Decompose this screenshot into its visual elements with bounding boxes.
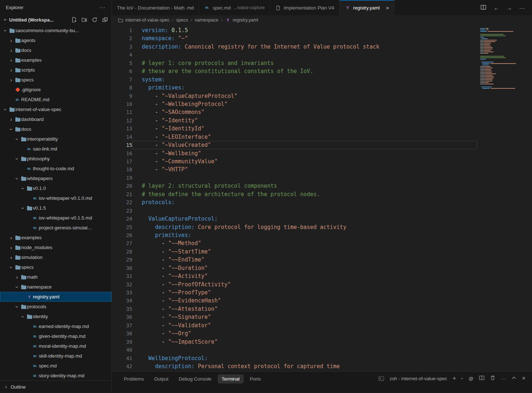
chevron-down-icon[interactable]: › xyxy=(14,136,20,142)
editor-tab-registry-yaml[interactable]: Yregistry.yaml× xyxy=(339,0,394,15)
breadcrumb-item-internet-of-value-spec[interactable]: internet-of-value-spec xyxy=(118,18,170,23)
code-line-39: 39 - "~~ImpactScore" xyxy=(112,338,477,346)
chevron-right-icon[interactable]: › xyxy=(8,57,14,63)
chevron-down-icon[interactable]: › xyxy=(3,106,8,112)
terminal-session-label[interactable]: zsh - internet-of-value-spec xyxy=(390,376,447,381)
tree-item-protocols[interactable]: ›protocols xyxy=(0,302,111,312)
chevron-right-icon[interactable]: › xyxy=(8,67,14,73)
tree-item-registry-yaml[interactable]: Yregistry.yaml xyxy=(0,292,111,302)
tree-item-examples[interactable]: ›examples xyxy=(0,233,111,243)
line-number: 6 xyxy=(112,67,132,75)
chevron-right-icon[interactable]: › xyxy=(8,235,14,241)
chevron-down-icon[interactable]: › xyxy=(20,205,26,211)
tree-item-simulation[interactable]: ›simulation xyxy=(0,252,111,262)
tree-item-specs[interactable]: ›specs xyxy=(0,75,111,85)
tree-item-dashboard[interactable]: ›dashboard xyxy=(0,114,111,124)
tree-item-math[interactable]: ›math xyxy=(0,272,111,282)
back-icon[interactable]: ← xyxy=(494,5,499,11)
breadcrumb-item-specs[interactable]: specs xyxy=(176,18,188,23)
tree-item-project-genesis-simulat[interactable]: M↓project-genesis-simulat... xyxy=(0,223,111,233)
tree-item-gitignore[interactable]: .gitignore xyxy=(0,85,111,95)
panel-tab-terminal[interactable]: Terminal xyxy=(218,374,244,384)
tree-item-spec-md[interactable]: M↓spec.md xyxy=(0,361,111,371)
breadcrumb-item-registry-yaml[interactable]: Yregistry.yaml xyxy=(225,18,258,23)
chevron-right-icon[interactable]: › xyxy=(8,245,14,251)
maximize-panel-icon[interactable] xyxy=(511,375,517,382)
chevron-right-icon[interactable]: › xyxy=(8,117,14,122)
tree-item-thought-to-code-md[interactable]: M↓thought-to-code.md xyxy=(0,164,111,173)
tree-item-philosophy[interactable]: ›philosophy xyxy=(0,154,111,164)
tree-item-earned-identity-map-md[interactable]: M↓earned-identity-map.md xyxy=(0,321,111,331)
chevron-down-icon[interactable]: › xyxy=(8,126,14,132)
tree-item-whitepapers[interactable]: ›whitepapers xyxy=(0,173,111,183)
tree-item-scripts[interactable]: ›scripts xyxy=(0,65,111,75)
minimap[interactable] xyxy=(480,28,531,89)
chevron-right-icon[interactable]: › xyxy=(8,38,14,43)
close-tab-icon[interactable]: × xyxy=(386,5,389,11)
refresh-icon[interactable] xyxy=(92,17,98,23)
tree-item-moral-identity-map-md[interactable]: M↓moral-identity-map.md xyxy=(0,341,111,351)
chevron-down-icon[interactable]: › xyxy=(3,17,8,23)
tree-item-skill-identity-map-md[interactable]: M↓skill-identity-map.md xyxy=(0,351,111,361)
forward-icon[interactable]: → xyxy=(506,5,512,11)
line-content: - "~~EndTime" xyxy=(132,256,477,264)
panel-tab-problems[interactable]: Problems xyxy=(120,374,148,384)
chevron-down-icon[interactable]: › xyxy=(20,185,26,191)
chevron-right-icon[interactable]: › xyxy=(8,77,14,83)
chevron-down-icon[interactable]: › xyxy=(8,264,14,270)
tree-item-given-identity-map-md[interactable]: M↓given-identity-map.md xyxy=(0,331,111,341)
tree-item-interoperability[interactable]: ›interoperability xyxy=(0,134,111,144)
tree-item-saocommons-community-bu[interactable]: ›saocommons-community-bu... xyxy=(0,26,111,35)
chevron-down-icon[interactable]: › xyxy=(14,175,20,182)
panel-tab-debug-console[interactable]: Debug Console xyxy=(175,374,216,384)
tree-item-examples[interactable]: ›examples xyxy=(0,55,111,65)
tree-item-story-identity-map-md[interactable]: M↓story-identity-map.md xyxy=(0,371,111,380)
new-terminal-icon[interactable]: + xyxy=(453,375,456,382)
split-editor-icon[interactable] xyxy=(480,4,486,11)
chevron-down-icon[interactable]: › xyxy=(14,156,20,162)
tree-item-specs[interactable]: ›specs xyxy=(0,262,111,272)
chevron-right-icon[interactable]: › xyxy=(14,274,20,280)
editor-more-icon[interactable]: ··· xyxy=(519,5,525,11)
terminal-dropdown-icon[interactable]: › xyxy=(460,378,465,379)
code-editor[interactable]: 1version: 0.1.52namespace: "~"3descripti… xyxy=(112,25,532,371)
tree-item-agents[interactable]: ›agents xyxy=(0,35,111,45)
editor-tab-spec-md[interactable]: M↓spec.md.../value-capture xyxy=(199,0,270,15)
tree-item-label: spec.md xyxy=(39,363,57,369)
line-content: # these are the constitutional constants… xyxy=(132,67,477,75)
tree-item-docs[interactable]: ›docs xyxy=(0,124,111,134)
chevron-down-icon[interactable]: › xyxy=(3,27,8,34)
tree-item-iov-whitepaper-v0-1-5-md[interactable]: M↓iov-whitepaper-v0.1.5.md xyxy=(0,213,111,223)
tree-item-sao-link-md[interactable]: M↓sao-link.md xyxy=(0,144,111,154)
tree-item-docs[interactable]: ›docs xyxy=(0,45,111,55)
panel-tab-output[interactable]: Output xyxy=(150,374,172,384)
tree-item-v0-1-5[interactable]: ›v0.1.5 xyxy=(0,203,111,213)
at-icon[interactable]: @ xyxy=(468,376,473,381)
chevron-right-icon[interactable]: › xyxy=(8,47,14,53)
panel-more-icon[interactable]: ··· xyxy=(501,376,506,381)
split-terminal-icon[interactable] xyxy=(479,375,484,382)
editor-tab-implementation-plan-v4[interactable]: Implementation Plan V4 xyxy=(270,0,339,15)
tree-item-internet-of-value-spec[interactable]: ›internet-of-value-spec xyxy=(0,104,111,114)
panel-tab-ports[interactable]: Ports xyxy=(246,374,265,384)
kill-terminal-icon[interactable] xyxy=(490,375,495,382)
new-file-icon[interactable] xyxy=(71,17,77,23)
editor-tab-the-iov-documentation-math-md[interactable]: The IoV - Documentation - Math .md xyxy=(112,0,199,15)
tree-item-iov-whitepaper-v0-1-0-md[interactable]: M↓iov-whitepaper-v0.1.0.md xyxy=(0,193,111,203)
tree-item-identity[interactable]: ›identity xyxy=(0,312,111,321)
collapse-all-icon[interactable] xyxy=(102,17,108,23)
new-folder-icon[interactable] xyxy=(81,17,87,23)
chevron-down-icon[interactable]: › xyxy=(20,313,26,320)
close-panel-icon[interactable]: × xyxy=(522,375,525,382)
tree-item-namespace[interactable]: ›namespace xyxy=(0,282,111,292)
workspace-row[interactable]: › Untitled (Workspa... xyxy=(0,15,111,25)
tree-item-readme-md[interactable]: M↓README.md xyxy=(0,95,111,104)
chevron-down-icon[interactable]: › xyxy=(14,284,20,290)
tree-item-v0-1-0[interactable]: ›v0.1.0 xyxy=(0,183,111,193)
outline-section[interactable]: › Outline xyxy=(0,380,111,393)
breadcrumb-item-namespace[interactable]: namespace xyxy=(195,18,218,23)
chevron-down-icon[interactable]: › xyxy=(14,304,20,310)
tree-item-node-modules[interactable]: ›node_modules xyxy=(0,243,111,252)
chevron-right-icon[interactable]: › xyxy=(8,255,14,260)
explorer-more-icon[interactable]: ··· xyxy=(99,4,106,10)
